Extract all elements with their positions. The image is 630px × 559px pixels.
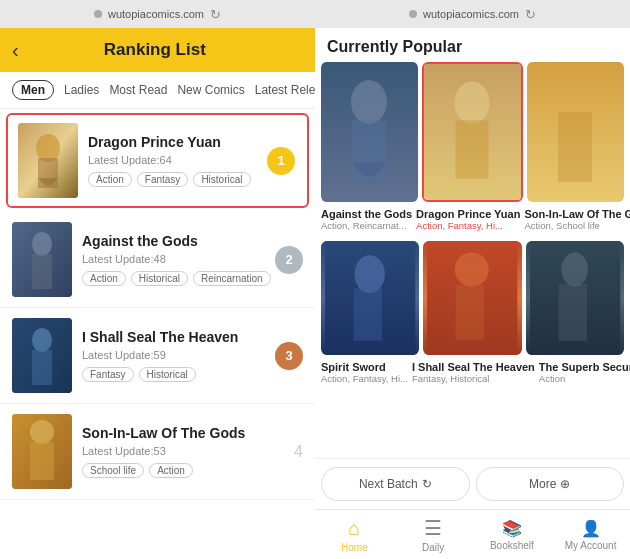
- tab-new-comics[interactable]: New Comics: [177, 83, 244, 97]
- nav-bookshelf-label: Bookshelf: [490, 540, 534, 551]
- tag-fantasy-3: Fantasy: [82, 367, 134, 382]
- rank-item-4[interactable]: Son-In-Law Of The Gods Latest Update:53 …: [0, 404, 315, 500]
- rank-item-3[interactable]: I Shall Seal The Heaven Latest Update:59…: [0, 308, 315, 404]
- mid-card-guard[interactable]: [526, 241, 624, 355]
- browser-spinner-right: ↻: [525, 7, 536, 22]
- cover-seal-heaven: [12, 318, 72, 393]
- rank-info-4: Son-In-Law Of The Gods Latest Update:53 …: [82, 425, 303, 478]
- mid-title-spirit: Spirit Sword: [321, 361, 408, 373]
- tag-reincarnation-2: Reincarnation: [193, 271, 271, 286]
- rank-update-4: Latest Update:53: [82, 445, 303, 457]
- ranking-list: Dragon Prince Yuan Latest Update:64 Acti…: [0, 109, 315, 559]
- svg-point-25: [455, 252, 489, 286]
- rank-item-1[interactable]: Dragon Prince Yuan Latest Update:64 Acti…: [6, 113, 309, 208]
- rank-update-2: Latest Update:48: [82, 253, 303, 265]
- popular-card-soninlaw[interactable]: [527, 62, 624, 202]
- svg-rect-26: [456, 285, 485, 340]
- tag-action-4: Action: [149, 463, 193, 478]
- info-against: Against the Gods Action, Reincarnat...: [321, 205, 412, 231]
- mid-tags-spirit: Action, Fantasy, Hi...: [321, 373, 408, 384]
- pop-cover-dragon: [424, 64, 521, 200]
- svg-point-22: [354, 255, 384, 293]
- cover-against-gods: [12, 222, 72, 297]
- tab-men[interactable]: Men: [12, 80, 54, 100]
- rank-info-1: Dragon Prince Yuan Latest Update:64 Acti…: [88, 134, 297, 187]
- pop-title-dragon: Dragon Prince Yuan: [416, 208, 520, 220]
- nav-bookshelf[interactable]: 📚 Bookshelf: [473, 510, 552, 559]
- svg-rect-11: [30, 442, 54, 480]
- pop-tags-soninlaw: Action, School life: [524, 220, 630, 231]
- rank-number-4: 4: [294, 443, 303, 461]
- rank-title-1: Dragon Prince Yuan: [88, 134, 297, 150]
- nav-daily-label: Daily: [422, 542, 444, 553]
- info-seal2: I Shall Seal The Heaven Fantasy, Histori…: [412, 358, 535, 384]
- rank-tags-4: School life Action: [82, 463, 303, 478]
- bookshelf-icon: 📚: [502, 519, 522, 538]
- mid-title-seal: I Shall Seal The Heaven: [412, 361, 535, 373]
- medal-gold: 1: [267, 147, 295, 175]
- browser-favicon-right: [409, 10, 417, 18]
- nav-account[interactable]: 👤 My Account: [551, 510, 630, 559]
- svg-rect-5: [32, 254, 52, 289]
- cover-soninlaw: [12, 414, 72, 489]
- browser-url-right: wutopiacomics.com: [423, 8, 519, 20]
- svg-rect-29: [558, 284, 587, 341]
- rank-number-1: 1: [267, 147, 295, 175]
- tab-latest-release[interactable]: Latest Release: [255, 83, 315, 97]
- rank-info-2: Against the Gods Latest Update:48 Action…: [82, 233, 303, 286]
- next-batch-button[interactable]: Next Batch ↻: [321, 467, 470, 501]
- mid-card-seal[interactable]: [423, 241, 521, 355]
- cover-dragon-prince-yuan: [18, 123, 78, 198]
- more-icon: ⊕: [560, 477, 570, 491]
- rank-tags-1: Action Fantasy Historical: [88, 172, 297, 187]
- pop-title-against: Against the Gods: [321, 208, 412, 220]
- nav-daily[interactable]: ☰ Daily: [394, 510, 473, 559]
- account-icon: 👤: [581, 519, 601, 538]
- popular-card-against[interactable]: [321, 62, 418, 202]
- rank-item-2[interactable]: Against the Gods Latest Update:48 Action…: [0, 212, 315, 308]
- medal-silver: 2: [275, 246, 303, 274]
- nav-account-label: My Account: [565, 540, 617, 551]
- tag-action-1: Action: [88, 172, 132, 187]
- popular-mid-info: Spirit Sword Action, Fantasy, Hi... I Sh…: [315, 358, 630, 384]
- refresh-icon: ↻: [422, 477, 432, 491]
- svg-point-1: [36, 134, 60, 162]
- mid-card-spirit[interactable]: [321, 241, 419, 355]
- browser-url-left: wutopiacomics.com: [108, 8, 204, 20]
- mid-tags-guard: Action: [539, 373, 630, 384]
- browser-favicon: [94, 10, 102, 18]
- more-label: More: [529, 477, 556, 491]
- svg-rect-23: [354, 289, 383, 341]
- rank-update-3: Latest Update:59: [82, 349, 303, 361]
- pop-tags-dragon: Action, Fantasy, Hi...: [416, 220, 520, 231]
- info-spirit: Spirit Sword Action, Fantasy, Hi...: [321, 358, 408, 384]
- tab-ladies[interactable]: Ladies: [64, 83, 99, 97]
- mid-tags-seal: Fantasy, Historical: [412, 373, 535, 384]
- popular-card-dragon[interactable]: [422, 62, 523, 202]
- rank-title-4: Son-In-Law Of The Gods: [82, 425, 303, 441]
- svg-point-13: [351, 80, 387, 124]
- info-dragon: Dragon Prince Yuan Action, Fantasy, Hi..…: [416, 205, 520, 231]
- svg-rect-8: [32, 350, 52, 385]
- popular-title: Currently Popular: [327, 38, 462, 55]
- nav-home[interactable]: ⌂ Home: [315, 510, 394, 559]
- tag-historical-2: Historical: [131, 271, 188, 286]
- tag-school-4: School life: [82, 463, 144, 478]
- left-panel: wutopiacomics.com ↻ ‹ Ranking List Men L…: [0, 0, 315, 559]
- svg-rect-20: [558, 112, 592, 182]
- rank-info-3: I Shall Seal The Heaven Latest Update:59…: [82, 329, 303, 382]
- bottom-buttons: Next Batch ↻ More ⊕: [315, 458, 630, 509]
- batch-label: Next Batch: [359, 477, 418, 491]
- rank-number-2: 2: [275, 246, 303, 274]
- rank-number-3: 3: [275, 342, 303, 370]
- page-title: Ranking List: [27, 40, 283, 60]
- tab-most-read[interactable]: Most Read: [109, 83, 167, 97]
- tag-action-2: Action: [82, 271, 126, 286]
- browser-bar-left: wutopiacomics.com ↻: [0, 0, 315, 28]
- back-button[interactable]: ‹: [12, 39, 19, 62]
- more-button[interactable]: More ⊕: [476, 467, 625, 501]
- info-soninlaw: Son-In-Law Of The Gods Action, School li…: [524, 205, 630, 231]
- filter-tabs: Men Ladies Most Read New Comics Latest R…: [0, 72, 315, 109]
- popular-top-info: Against the Gods Action, Reincarnat... D…: [315, 205, 630, 231]
- home-icon: ⌂: [348, 517, 360, 540]
